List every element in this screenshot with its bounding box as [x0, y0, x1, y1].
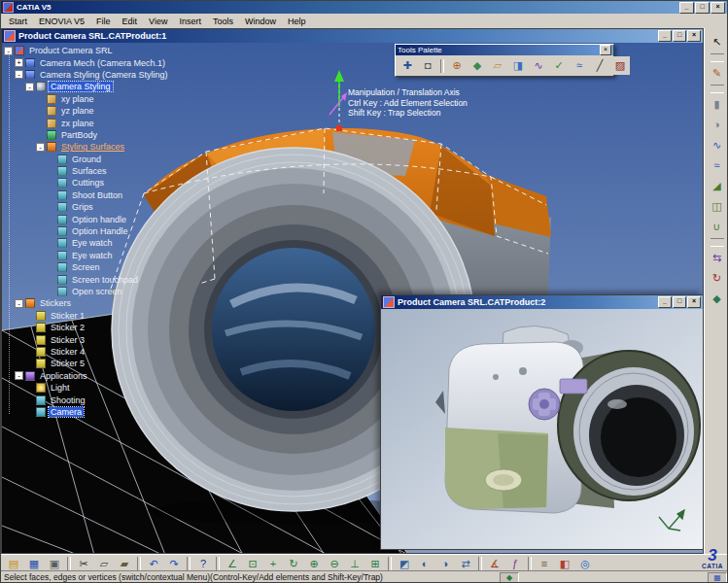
apply-material-icon[interactable]: ◆	[708, 290, 727, 308]
tree-item-xy-plane[interactable]: xy plane	[4, 93, 177, 105]
doc1-maximize-button[interactable]: □	[673, 30, 686, 42]
tree-item-styling-surfaces[interactable]: -Styling Surfaces	[4, 141, 177, 153]
split-icon[interactable]: ◫	[708, 197, 727, 216]
tree-item-eye-watch[interactable]: Eye watch	[4, 237, 177, 249]
tree-item-eye-watch[interactable]: Eye watch	[4, 250, 177, 261]
tree-expander[interactable]: +	[15, 58, 23, 67]
tree-item-camera-styling-camera-styling[interactable]: -Camera Styling (Camera Styling)	[4, 69, 177, 81]
doc2-titlebar[interactable]: Product Camera SRL.CATProduct:2 _ □ ×	[381, 295, 703, 309]
line-tool-icon[interactable]: ╱	[590, 56, 609, 75]
tree-item-stickers[interactable]: -Stickers	[4, 297, 177, 309]
menu-view[interactable]: View	[143, 16, 173, 27]
tree-item-option-handle[interactable]: Option Handle	[4, 225, 177, 237]
compass-tool-icon[interactable]: ⊕	[447, 56, 467, 75]
tools-palette-title: Tools Palette	[398, 46, 442, 54]
lock-icon[interactable]: ◘	[418, 56, 437, 75]
tree-item-screen[interactable]: Screen	[4, 261, 177, 273]
symmetry-icon[interactable]: ⇆	[708, 249, 727, 267]
shaft-icon[interactable]: ◑	[708, 116, 727, 134]
maximize-button[interactable]: □	[695, 2, 710, 14]
smooth-icon[interactable]: ≈	[570, 56, 589, 75]
tree-item-sticker-3[interactable]: Sticker 3	[4, 333, 177, 345]
menu-file[interactable]: File	[90, 16, 117, 27]
tree-item-camera[interactable]: Camera	[4, 406, 177, 418]
menu-tools[interactable]: Tools	[207, 16, 239, 27]
tree-item-applications[interactable]: -Applications	[4, 370, 177, 382]
tree-expander[interactable]: -	[25, 83, 34, 91]
tools-palette[interactable]: Tools Palette × ✚◘⊕◆▱◨∿✓≈╱▨	[395, 44, 614, 77]
tree-item-shooting[interactable]: Shooting	[4, 394, 177, 405]
tools-palette-titlebar[interactable]: Tools Palette ×	[396, 45, 613, 55]
doc1-titlebar[interactable]: Product Camera SRL.CATProduct:1 _ □ ×	[2, 29, 703, 43]
menu-help[interactable]: Help	[282, 16, 312, 27]
trap-select-icon[interactable]: ▨	[610, 56, 630, 75]
tree-item-label: Camera	[49, 407, 84, 417]
tree-item-grips[interactable]: Grips	[4, 201, 177, 213]
doc2-close-button[interactable]: ×	[687, 296, 701, 308]
doc1-close-button[interactable]: ×	[687, 30, 701, 42]
pad-icon[interactable]: ▮	[708, 95, 727, 114]
manipulation-icon[interactable]: ✚	[398, 56, 417, 75]
tree-item-sticker-1[interactable]: Sticker 1	[4, 310, 177, 322]
status-field-1[interactable]: ◆	[500, 572, 519, 583]
manipulation-hud: Manipulation / Translation Axis Ctrl Key…	[348, 87, 468, 119]
tree-expander[interactable]: -	[4, 47, 13, 55]
tree-item-camera-styling[interactable]: -Camera Styling	[4, 81, 177, 92]
tree-item-label: PartBody	[59, 130, 99, 140]
tree-item-partbody[interactable]: PartBody	[4, 129, 177, 141]
plane-tool-icon[interactable]: ▱	[488, 56, 507, 75]
tree-item-sticker-5[interactable]: Sticker 5	[4, 358, 177, 369]
tree-item-product-camera-srl[interactable]: -Product Camera SRL	[4, 45, 177, 56]
catia-logo-mark: 3	[702, 547, 723, 564]
select-icon[interactable]: ↖	[708, 33, 727, 51]
tree-item-open-screen[interactable]: Open screen	[4, 286, 177, 297]
secondary-3d-viewport[interactable]	[381, 309, 703, 549]
menu-edit[interactable]: Edit	[117, 16, 144, 27]
tree-item-ground[interactable]: Ground	[4, 154, 177, 165]
tree-item-label: Light	[49, 383, 72, 393]
tree-item-cuttings[interactable]: Cuttings	[4, 177, 177, 189]
tree-item-zx-plane[interactable]: zx plane	[4, 117, 177, 128]
tree-item-sticker-4[interactable]: Sticker 4	[4, 346, 177, 358]
doc2-minimize-button[interactable]: _	[658, 296, 672, 308]
toolbar-separator	[711, 238, 724, 247]
update-icon[interactable]: ↻	[708, 269, 727, 288]
tree-expander[interactable]: -	[15, 70, 23, 79]
tree-expander[interactable]: -	[36, 143, 45, 152]
snap-icon[interactable]: ◆	[468, 56, 487, 75]
menu-start[interactable]: Start	[3, 16, 33, 27]
camera-render-scene[interactable]	[381, 309, 703, 549]
app-title: CATIA V5	[17, 3, 52, 12]
join-icon[interactable]: ∪	[708, 218, 727, 236]
surface-tool-icon[interactable]: ◨	[508, 56, 528, 75]
tree-item-screen-touchpad[interactable]: Screen touchpad	[4, 273, 177, 285]
menu-window[interactable]: Window	[239, 16, 282, 27]
tree-item-option-handle[interactable]: Option handle	[4, 213, 177, 224]
tree-item-label: Sticker 5	[49, 359, 87, 368]
tree-item-sticker-2[interactable]: Sticker 2	[4, 322, 177, 333]
sweep-icon[interactable]: ∿	[708, 136, 727, 154]
tree-item-light[interactable]: Light	[4, 382, 177, 394]
tree-expander[interactable]: -	[15, 371, 23, 380]
close-button[interactable]: ×	[711, 2, 725, 14]
tree-expander[interactable]: -	[15, 299, 23, 308]
menu-enovia-v5[interactable]: ENOVIA V5	[33, 16, 90, 27]
sticker-icon	[36, 359, 46, 368]
tree-item-surfaces[interactable]: Surfaces	[4, 165, 177, 177]
offset-icon[interactable]: ≈	[708, 156, 727, 175]
fillet-icon[interactable]: ◢	[708, 177, 727, 195]
menu-insert[interactable]: Insert	[173, 16, 207, 27]
sketcher-icon[interactable]: ✎	[708, 64, 727, 83]
tree-item-camera-mech-camera-mech-1[interactable]: +Camera Mech (Camera Mech.1)	[4, 56, 177, 68]
check-icon[interactable]: ✓	[549, 56, 569, 75]
tree-item-shoot-button[interactable]: Shoot Button	[4, 189, 177, 201]
status-field-2[interactable]: ▦	[708, 572, 727, 583]
tools-palette-close-button[interactable]: ×	[600, 45, 611, 55]
curve-tool-icon[interactable]: ∿	[529, 56, 548, 75]
doc1-minimize-button[interactable]: _	[658, 30, 672, 42]
doc2-maximize-button[interactable]: □	[673, 296, 686, 308]
lens-assembly[interactable]	[558, 351, 700, 500]
tools-palette-body: ✚◘⊕◆▱◨∿✓≈╱▨	[396, 55, 613, 76]
tree-item-yz-plane[interactable]: yz plane	[4, 105, 177, 117]
minimize-button[interactable]: _	[679, 2, 694, 14]
